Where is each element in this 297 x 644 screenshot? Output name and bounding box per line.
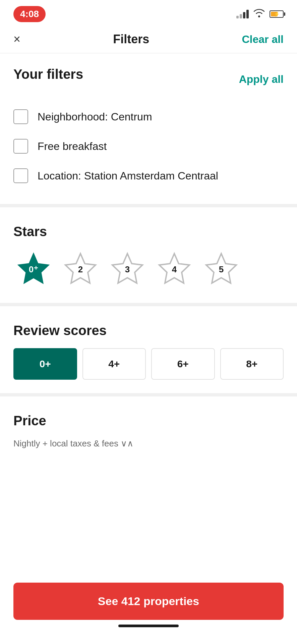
- review-scores-section: Review scores 0+ 4+ 6+ 8+: [0, 310, 297, 390]
- score-button-4[interactable]: 4+: [82, 348, 146, 380]
- star-label-5: 5: [219, 264, 224, 275]
- filter-label-location: Location: Station Amsterdam Centraal: [38, 170, 218, 182]
- home-indicator: [118, 625, 179, 627]
- score-button-6[interactable]: 6+: [151, 348, 215, 380]
- section-divider-3: [0, 393, 297, 396]
- your-filters-title: Your filters: [13, 67, 83, 82]
- price-section: Price Nightly + local taxes & fees ∨∧: [0, 400, 297, 459]
- status-bar: 4:08 ⚡: [0, 0, 297, 25]
- see-properties-button[interactable]: See 412 properties: [13, 583, 284, 620]
- filters-section-header: Your filters Apply all: [13, 67, 284, 92]
- signal-icon: [236, 10, 249, 18]
- star-label-0: 0⁺: [29, 264, 38, 275]
- score-button-0[interactable]: 0+: [13, 348, 77, 380]
- stars-row: 0⁺ 2 3 4: [13, 249, 284, 289]
- price-subtitle: Nightly + local taxes & fees ∨∧: [13, 438, 284, 449]
- scores-row: 0+ 4+ 6+ 8+: [13, 348, 284, 380]
- stars-section: Stars 0⁺ 2 3: [0, 211, 297, 300]
- star-label-4: 4: [172, 264, 177, 275]
- filter-item-breakfast: Free breakfast: [13, 131, 284, 161]
- star-button-2[interactable]: 2: [60, 249, 101, 289]
- navigation-bar: × Filters Clear all: [0, 25, 297, 53]
- star-label-2: 2: [78, 264, 83, 275]
- filter-checkbox-neighborhood[interactable]: [13, 109, 28, 124]
- star-label-3: 3: [125, 264, 130, 275]
- bottom-cta: See 412 properties: [0, 576, 297, 644]
- apply-all-button[interactable]: Apply all: [239, 73, 284, 86]
- battery-icon: ⚡: [270, 10, 284, 18]
- wifi-icon: [253, 9, 265, 20]
- filter-label-breakfast: Free breakfast: [38, 140, 107, 153]
- filter-item-location: Location: Station Amsterdam Centraal: [13, 161, 284, 191]
- star-button-3[interactable]: 3: [107, 249, 147, 289]
- filter-label-neighborhood: Neighborhood: Centrum: [38, 111, 152, 123]
- section-divider-2: [0, 303, 297, 306]
- stars-title: Stars: [13, 224, 284, 239]
- star-button-5[interactable]: 5: [201, 249, 241, 289]
- star-button-0[interactable]: 0⁺: [13, 249, 54, 289]
- main-content: Your filters Apply all Neighborhood: Cen…: [0, 53, 297, 459]
- status-icons: ⚡: [236, 9, 284, 20]
- clear-all-button[interactable]: Clear all: [242, 33, 284, 46]
- filter-item-neighborhood: Neighborhood: Centrum: [13, 102, 284, 131]
- close-button[interactable]: ×: [13, 33, 20, 45]
- status-time: 4:08: [13, 6, 46, 22]
- filter-checkbox-location[interactable]: [13, 168, 28, 183]
- page-title: Filters: [113, 32, 149, 46]
- price-title: Price: [13, 413, 284, 428]
- score-button-8[interactable]: 8+: [220, 348, 284, 380]
- your-filters-section: Your filters Apply all Neighborhood: Cen…: [0, 53, 297, 201]
- filter-checkbox-breakfast[interactable]: [13, 139, 28, 154]
- star-button-4[interactable]: 4: [154, 249, 194, 289]
- section-divider: [0, 204, 297, 207]
- review-scores-title: Review scores: [13, 323, 284, 338]
